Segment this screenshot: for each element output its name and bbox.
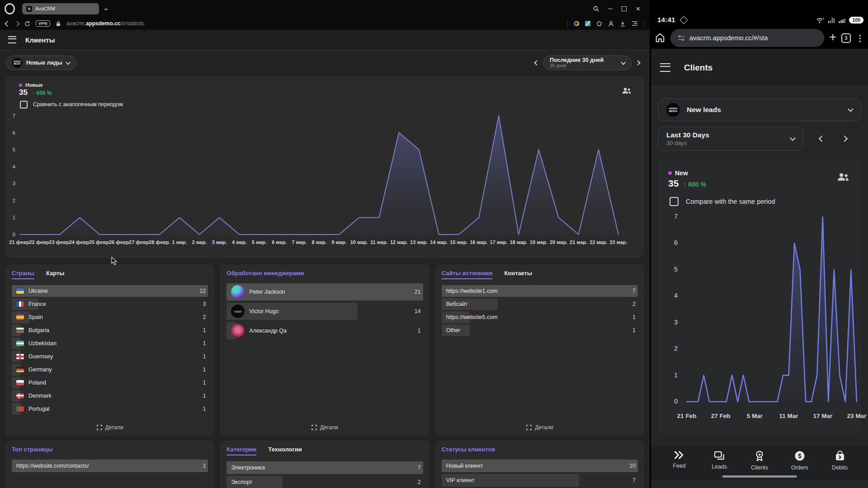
list-item[interactable]: rootVictor Hugo14 [226,303,423,320]
period-sublabel: 30 days [666,140,709,147]
lens-icon[interactable] [574,21,579,26]
browser-tab[interactable]: A AvaCRM [22,3,99,14]
svg-text:8 мар.: 8 мар. [311,239,326,245]
details-button[interactable]: Детали [220,424,429,431]
panel-tab[interactable]: Страны [12,270,34,279]
row-value: 1 [203,366,206,373]
list-item[interactable]: Bulgaria1 [12,324,208,336]
people-icon[interactable] [837,173,849,181]
close-icon[interactable]: ✕ [636,6,641,12]
period-next-button[interactable] [836,130,853,147]
compare-checkbox[interactable] [20,101,28,108]
list-item[interactable]: Ukraine22 [12,285,208,297]
row-value: 1 [203,353,206,360]
row-value: 1 [632,314,636,320]
list-item[interactable]: Электроника7 [226,461,423,474]
funnel-dropdown[interactable]: AVADAMEDIA New leads [658,99,861,121]
forward-icon[interactable] [14,21,20,27]
stats-cards-row-bottom: Топ страницы https://website.com/contact… [5,441,644,488]
list-item[interactable]: Peter Jackson21 [226,283,423,300]
url-text[interactable]: avacrm.appsdemo.cc/#/statistic [66,20,145,27]
list-item[interactable]: Germany1 [12,364,208,375]
spain-flag-icon [16,314,24,320]
list-item[interactable]: Uzbekistan1 [12,338,208,349]
period-prev-button[interactable] [530,61,543,65]
avada-media-logo: AVADAMEDIA [666,103,680,117]
list-item[interactable]: https://website.com/contacts/1 [12,460,208,472]
list-item[interactable]: Guernsey1 [12,351,208,362]
list-item[interactable]: https://website5.com1 [442,311,638,323]
menu-icon[interactable] [660,63,670,72]
row-label: Spain [16,314,43,320]
nav-clients[interactable]: ★ Clients [745,450,774,471]
sidebar-panels-icon[interactable] [632,21,638,26]
opera-logo-icon[interactable] [5,3,15,14]
list-item[interactable]: Вебсайт2 [442,298,638,310]
period-next-button[interactable] [632,61,644,65]
list-item[interactable]: https://website1.com7 [442,285,638,297]
list-item[interactable]: VIP клиент7 [442,474,638,487]
statuses-card: Статусы клиентов Новый клиент10VIP клиен… [435,441,644,488]
back-icon[interactable] [5,21,10,27]
panel-tab[interactable]: Карты [46,270,65,278]
list-item[interactable]: Экспорт2 [226,476,423,488]
svg-text:1 мар.: 1 мар. [172,239,187,245]
list-item[interactable]: Spain2 [12,311,208,323]
people-icon[interactable] [622,87,632,94]
row-label: Электроника [231,465,265,471]
minimize-icon[interactable] [608,9,613,9]
extension-icon[interactable] [585,21,590,26]
nav-feed[interactable]: Feed [665,450,693,469]
expand-icon [97,425,102,430]
panel-tab[interactable]: Контакты [504,270,532,278]
tune-icon[interactable] [677,34,685,42]
svg-text:0: 0 [13,232,15,237]
menu-kebab-icon[interactable]: ⋮ [856,33,864,43]
funnel-dropdown[interactable]: AVADAMEDIA Новые лиды [5,56,76,70]
list-item[interactable]: France3 [12,298,208,310]
panel-tab[interactable]: Технологии [268,446,302,455]
download-icon[interactable] [620,21,626,27]
list-item[interactable]: Poland1 [12,377,208,389]
list-item[interactable]: Новый клиент10 [442,460,638,472]
profile-icon[interactable] [608,21,614,27]
tab-switcher[interactable]: 3 [841,33,851,43]
home-indicator[interactable] [722,475,797,478]
period-prev-button[interactable] [813,130,830,147]
period-dropdown[interactable]: Последние 30 дней 30 дней [543,56,632,70]
lock-icon[interactable] [56,21,61,27]
details-button[interactable]: Детали [435,424,644,431]
menu-icon[interactable] [8,36,16,43]
svg-text:26 февр.: 26 февр. [109,239,130,245]
vpn-badge[interactable]: VPN [36,20,50,27]
new-tab-button[interactable]: + [104,5,108,13]
panel-tab[interactable]: Сайты источники [442,270,493,279]
nav-leads[interactable]: Leads [705,450,734,470]
funnel-label: Новые лиды [26,60,62,66]
divider [567,20,568,27]
row-value: 1 [203,327,206,333]
url-bar[interactable]: avacrm.appsdemo.cc/#/sta [670,29,824,47]
nav-debits[interactable]: Debits [826,450,854,471]
new-tab-icon[interactable]: + [829,31,836,43]
maximize-icon[interactable] [622,6,627,11]
svg-text:14 мар.: 14 мар. [430,239,448,245]
nav-orders[interactable]: $ Orders [785,450,814,471]
list-item[interactable]: Александр Qa1 [226,322,423,339]
reload-icon[interactable] [24,21,30,27]
list-item[interactable]: Portugal1 [12,403,208,415]
row-value: 21 [415,289,421,295]
leads-line-chart: 0123456721 февр.22 февр.23 февр.24 февр.… [5,108,644,251]
list-item[interactable]: Denmark1 [12,390,208,402]
period-dropdown[interactable]: Last 30 Days 30 days [658,127,803,151]
panel-tab[interactable]: Категории [226,446,256,455]
details-button[interactable]: Детали [5,424,214,431]
list-item[interactable]: Other1 [442,324,638,336]
svg-text:22 февр.: 22 февр. [29,239,50,245]
aria-icon[interactable] [596,21,602,27]
search-icon[interactable] [593,6,599,12]
chevron-down-icon [790,135,796,141]
home-icon[interactable] [655,33,665,43]
compare-checkbox[interactable] [670,197,679,206]
svg-text:7 мар.: 7 мар. [292,239,307,245]
